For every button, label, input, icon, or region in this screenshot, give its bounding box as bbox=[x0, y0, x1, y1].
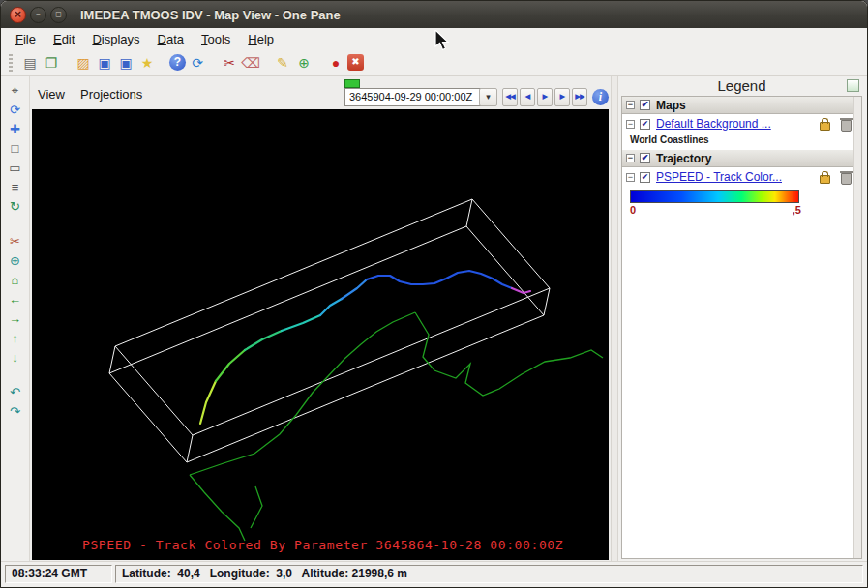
home-view-icon[interactable]: ⌂ bbox=[6, 271, 25, 289]
menu-help[interactable]: Help bbox=[239, 30, 283, 48]
pspeed-visibility-checkbox[interactable]: ✔ bbox=[640, 172, 650, 183]
new-display-window-icon[interactable]: ❐ bbox=[42, 53, 61, 73]
pspeed-track-row: − ✔ PSPEED - Track Color... bbox=[622, 167, 861, 187]
rotate-view-icon[interactable]: ⟳ bbox=[6, 101, 25, 119]
legend-trajectory-header: − ✔ Trajectory bbox=[622, 150, 861, 167]
maximize-window-icon[interactable]: ◻ bbox=[50, 7, 67, 23]
toolbar-drag-handle[interactable] bbox=[9, 54, 13, 72]
pan-right-icon[interactable]: → bbox=[6, 309, 25, 328]
trash-icon[interactable] bbox=[841, 120, 852, 132]
menu-displays[interactable]: Displays bbox=[83, 30, 148, 48]
cut-icon[interactable]: ✂ bbox=[220, 53, 239, 73]
open-bundle-icon[interactable]: ▨ bbox=[74, 53, 93, 73]
trash-icon[interactable] bbox=[841, 173, 852, 185]
map-scene bbox=[32, 109, 609, 560]
clock-display: 08:33:24 GMT bbox=[5, 565, 112, 583]
colorbar-min-label: 0 bbox=[630, 204, 636, 216]
time-display[interactable]: 3645904-09-29 00:00:00Z bbox=[344, 88, 484, 106]
pan-down-icon[interactable]: ↓ bbox=[6, 348, 25, 367]
record-icon[interactable]: ● bbox=[326, 53, 345, 73]
show-dashboard-icon[interactable]: ▤ bbox=[20, 53, 40, 73]
translate-view-icon[interactable]: ✚ bbox=[6, 120, 25, 138]
legend-scrollbar[interactable] bbox=[853, 97, 861, 558]
menu-data[interactable]: Data bbox=[149, 30, 193, 48]
globe-icon[interactable]: ⊕ bbox=[294, 53, 314, 73]
pspeed-track-link[interactable]: PSPEED - Track Color... bbox=[656, 170, 782, 184]
close-window-icon[interactable]: × bbox=[10, 7, 26, 23]
title-bar[interactable]: × − ◻ IMEDEA TMOOS IDV - Map View - One … bbox=[1, 1, 867, 28]
favorites-icon[interactable]: ★ bbox=[137, 53, 157, 73]
trajectory-header-label: Trajectory bbox=[656, 152, 711, 165]
redo-icon[interactable]: ↷ bbox=[6, 402, 25, 421]
panel-splitter[interactable] bbox=[611, 76, 618, 562]
zoom-in-icon[interactable]: ⊕ bbox=[6, 251, 25, 270]
select-region-icon[interactable]: ⌖ bbox=[6, 81, 25, 100]
background-visibility-checkbox[interactable]: ✔ bbox=[640, 119, 650, 130]
animation-properties-button[interactable]: i bbox=[592, 89, 609, 105]
menu-help-mnemonic: H bbox=[248, 32, 256, 46]
menu-edit-rest: dit bbox=[62, 32, 75, 46]
track-annotation: PSPEED - Track Colored By Parameter 3645… bbox=[82, 538, 563, 552]
maps-header-label: Maps bbox=[656, 99, 686, 112]
play-button[interactable]: ▶ bbox=[537, 88, 553, 106]
step-forward-button[interactable]: ▶ bbox=[554, 88, 570, 106]
pan-up-icon[interactable]: ↑ bbox=[6, 329, 25, 347]
collapse-maps-icon[interactable]: − bbox=[626, 101, 635, 109]
trajectory-visibility-checkbox[interactable]: ✔ bbox=[640, 153, 650, 163]
default-background-row: − ✔ Default Background ... bbox=[622, 114, 861, 133]
menu-edit[interactable]: Edit bbox=[45, 30, 83, 48]
erase-icon[interactable]: ⌫ bbox=[241, 53, 260, 73]
projections-menu[interactable]: Projections bbox=[80, 87, 142, 102]
menu-bar: File Edit Displays Data Tools Help bbox=[1, 28, 867, 49]
world-coastlines-label: World Coastlines bbox=[622, 133, 861, 150]
window-title: IMEDEA TMOOS IDV - Map View - One Pane bbox=[80, 8, 341, 22]
step-back-button[interactable]: ◀ bbox=[520, 88, 535, 106]
menu-help-rest: elp bbox=[257, 32, 274, 46]
undo-icon[interactable]: ↶ bbox=[6, 383, 25, 401]
legend-colorbar[interactable] bbox=[630, 190, 799, 203]
menu-data-rest: ata bbox=[166, 32, 184, 46]
collapse-pspeed-icon[interactable]: − bbox=[626, 173, 635, 182]
lock-icon[interactable] bbox=[820, 122, 830, 131]
menu-edit-mnemonic: E bbox=[53, 32, 62, 46]
colorbar-labels: 0 ,5 bbox=[630, 204, 801, 216]
app-window: × − ◻ IMEDEA TMOOS IDV - Map View - One … bbox=[0, 0, 868, 588]
menu-displays-rest: isplays bbox=[102, 32, 140, 46]
exit-icon[interactable]: ✖ bbox=[347, 54, 364, 71]
menu-displays-mnemonic: D bbox=[92, 32, 101, 46]
go-to-start-button[interactable]: ◀◀ bbox=[502, 88, 518, 106]
pan-left-icon[interactable]: ← bbox=[6, 290, 25, 309]
default-background-link[interactable]: Default Background ... bbox=[656, 117, 771, 131]
view-tool-column: ⌖ ⟳ ✚ □ ▭ ≡ ↻ ✂ ⊕ ⌂ ← → ↑ ↓ ↶ ↷ bbox=[1, 76, 30, 562]
map-3d-canvas[interactable]: PSPEED - Track Colored By Parameter 3645… bbox=[32, 109, 609, 560]
zoom-box-icon[interactable]: □ bbox=[6, 139, 25, 158]
edit-pencil-icon[interactable]: ✎ bbox=[273, 53, 292, 73]
legend-title: Legend bbox=[618, 77, 865, 94]
map-view-panel: View Projections 3645904-09-29 00:00:00Z… bbox=[30, 76, 611, 562]
lock-icon[interactable] bbox=[820, 175, 830, 184]
legend-panel: Legend − ✔ Maps − ✔ Default Background .… bbox=[618, 76, 865, 562]
legend-content: − ✔ Maps − ✔ Default Background ... Worl… bbox=[621, 96, 862, 559]
float-legend-icon[interactable] bbox=[847, 79, 859, 92]
status-bar: 08:33:24 GMT Latitude: 40,4 Longitude: 3… bbox=[1, 561, 867, 587]
refresh-view-icon[interactable]: ↻ bbox=[6, 197, 25, 216]
menu-file[interactable]: File bbox=[7, 30, 45, 48]
trajectory-track bbox=[200, 271, 530, 424]
colorbar-max-label: ,5 bbox=[793, 204, 801, 216]
help-icon[interactable]: ? bbox=[169, 54, 186, 71]
subset-region-icon[interactable]: ▭ bbox=[6, 159, 25, 177]
save-bundle-icon[interactable]: ▣ bbox=[95, 53, 114, 73]
view-menu[interactable]: View bbox=[38, 87, 65, 102]
snapshot-icon[interactable]: ✂ bbox=[6, 232, 25, 250]
menu-tools[interactable]: Tools bbox=[193, 30, 239, 48]
map-view-header: View Projections 3645904-09-29 00:00:00Z… bbox=[30, 76, 611, 109]
minimize-window-icon[interactable]: − bbox=[30, 7, 46, 23]
time-dropdown-icon[interactable]: ▾ bbox=[479, 88, 497, 106]
collapse-background-icon[interactable]: − bbox=[626, 120, 635, 129]
collapse-trajectory-icon[interactable]: − bbox=[626, 154, 635, 162]
go-to-end-button[interactable]: ▶▶ bbox=[572, 88, 587, 106]
vertical-scale-icon[interactable]: ≡ bbox=[6, 178, 25, 196]
reload-icon[interactable]: ⟳ bbox=[188, 53, 207, 73]
maps-visibility-checkbox[interactable]: ✔ bbox=[640, 100, 650, 110]
save-as-bundle-icon[interactable]: ▣ bbox=[116, 53, 135, 73]
